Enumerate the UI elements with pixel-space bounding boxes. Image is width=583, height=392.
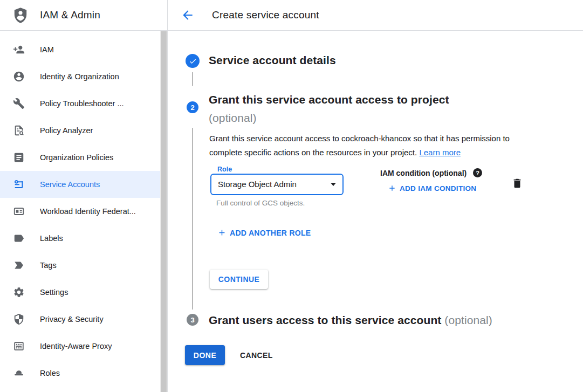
sidebar-item-label: Tags: [40, 261, 57, 270]
sidebar-scrollbar[interactable]: [160, 31, 167, 392]
sidebar-item-policy-analyzer[interactable]: Policy Analyzer: [0, 117, 160, 144]
role-helper-text: Full control of GCS objects.: [216, 199, 305, 207]
continue-button[interactable]: CONTINUE: [210, 270, 268, 289]
step2-description-text: Grant this service account access to coc…: [209, 134, 510, 157]
done-button[interactable]: DONE: [185, 345, 225, 365]
document-lines-icon: [13, 152, 25, 163]
sidebar-item-organization-policies[interactable]: Organization Policies: [0, 144, 160, 171]
role-select[interactable]: Storage Object Admin: [210, 174, 344, 195]
sidebar-item-label: Privacy & Security: [40, 315, 104, 324]
step3-title-text: Grant users access to this service accou…: [209, 314, 441, 326]
step3-optional-label: (optional): [444, 314, 492, 326]
step2-description: Grant this service account access to coc…: [209, 132, 537, 160]
hat-icon: [13, 367, 25, 379]
page-title: Create service account: [212, 9, 319, 21]
delete-role-button[interactable]: [511, 177, 523, 190]
stepper-connector: [192, 128, 193, 310]
main-panel: Create service account Service account d…: [168, 0, 583, 392]
sidebar-item-identity-aware-proxy[interactable]: Identity-Aware Proxy: [0, 333, 160, 360]
step2-title-text: Grant this service account access to pro…: [209, 93, 449, 106]
sidebar-nav: IAM Identity & Organization Policy Troub…: [0, 31, 160, 387]
sidebar-item-label: Identity-Aware Proxy: [40, 342, 112, 350]
sidebar-item-privacy-security[interactable]: Privacy & Security: [0, 306, 160, 333]
sidebar-item-label: Roles: [40, 369, 60, 377]
service-account-key-icon: [13, 178, 25, 190]
person-add-icon: [13, 44, 25, 56]
iam-shield-logo-icon: [12, 6, 29, 24]
shield-half-icon: [13, 313, 25, 325]
sidebar-item-label: Settings: [40, 288, 68, 297]
add-iam-condition-button[interactable]: ADD IAM CONDITION: [388, 184, 476, 192]
iam-condition-label: IAM condition (optional): [380, 169, 467, 177]
step3-number-badge: 3: [187, 314, 198, 326]
policy-analyzer-icon: [13, 125, 25, 136]
tag-icon: [13, 232, 25, 244]
iap-frame-icon: [13, 340, 25, 352]
add-iam-condition-label: ADD IAM CONDITION: [400, 184, 476, 192]
learn-more-link[interactable]: Learn more: [419, 148, 461, 157]
sidebar-item-label: Service Accounts: [40, 180, 100, 189]
plus-icon: [388, 184, 396, 192]
sidebar-scrollbar-thumb[interactable]: [161, 31, 167, 392]
sidebar-item-workload-identity-federation[interactable]: Workload Identity Federat...: [0, 198, 160, 225]
account-circle-icon: [13, 71, 25, 82]
sidebar-item-label: IAM: [40, 45, 54, 54]
sidebar-item-label: Labels: [40, 234, 63, 243]
product-title: IAM & Admin: [40, 9, 100, 21]
sidebar-item-iam[interactable]: IAM: [0, 36, 160, 63]
iam-admin-console: IAM & Admin IAM Identity & Organization …: [0, 0, 583, 392]
plus-icon: [217, 228, 227, 237]
id-card-icon: [13, 205, 25, 217]
sidebar-item-label: Organization Policies: [40, 153, 113, 162]
add-another-role-label: ADD ANOTHER ROLE: [230, 229, 311, 237]
role-select-value: Storage Object Admin: [218, 175, 297, 194]
sidebar-item-identity-organization[interactable]: Identity & Organization: [0, 63, 160, 90]
step1-title: Service account details: [209, 54, 336, 67]
wrench-icon: [13, 98, 25, 109]
role-field-label: Role: [215, 166, 235, 173]
arrow-tag-icon: [13, 259, 25, 271]
sidebar-item-label: Identity & Organization: [40, 72, 119, 81]
sidebar-header: IAM & Admin: [0, 0, 167, 31]
add-another-role-button[interactable]: ADD ANOTHER ROLE: [217, 228, 311, 237]
gear-icon: [13, 286, 25, 298]
sidebar-item-policy-troubleshooter[interactable]: Policy Troubleshooter ...: [0, 90, 160, 117]
sidebar-item-label: Workload Identity Federat...: [40, 207, 136, 216]
check-icon: [189, 57, 197, 65]
back-arrow-button[interactable]: [181, 8, 195, 22]
chevron-down-icon: [331, 183, 336, 186]
trash-icon: [511, 177, 523, 190]
step1-complete-badge: [186, 54, 200, 68]
sidebar-item-labels[interactable]: Labels: [0, 225, 160, 252]
main-header: Create service account: [168, 0, 583, 31]
sidebar-item-service-accounts[interactable]: Service Accounts: [0, 171, 160, 198]
sidebar-item-settings[interactable]: Settings: [0, 279, 160, 306]
step2-number-badge: 2: [187, 101, 198, 113]
sidebar-item-tags[interactable]: Tags: [0, 252, 160, 279]
cancel-button[interactable]: CANCEL: [240, 345, 273, 365]
step3-title: Grant users access to this service accou…: [209, 314, 492, 327]
stepper-connector: [192, 72, 193, 86]
step2-title: Grant this service account access to pro…: [209, 91, 449, 127]
sidebar-item-roles[interactable]: Roles: [0, 360, 160, 387]
step2-optional-label: (optional): [209, 112, 257, 124]
help-icon[interactable]: ?: [473, 168, 482, 177]
sidebar-item-label: Policy Troubleshooter ...: [40, 99, 124, 108]
sidebar-item-label: Policy Analyzer: [40, 126, 93, 135]
sidebar: IAM & Admin IAM Identity & Organization …: [0, 0, 167, 392]
